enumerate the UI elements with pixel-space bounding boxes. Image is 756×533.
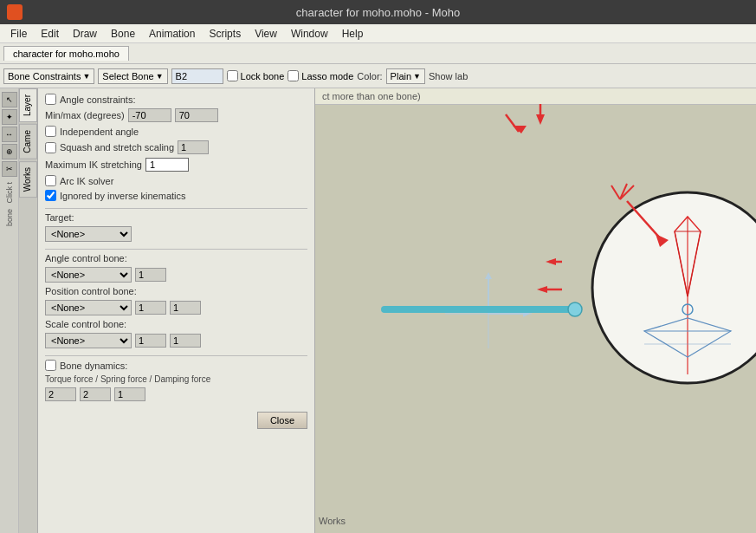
angle-control-row: <None> [45, 267, 307, 283]
bone-dynamics-checkbox[interactable] [45, 360, 56, 371]
target-row: Target: [45, 212, 307, 223]
independent-angle-checkbox[interactable] [45, 126, 56, 137]
bone-dynamics-label: Bone dynamics: [60, 361, 127, 371]
ignored-ik-label: Ignored by inverse kinematics [60, 191, 186, 201]
tool-icon-2[interactable]: ✦ [2, 109, 17, 125]
menu-animation[interactable]: Animation [142, 26, 202, 42]
damping-input[interactable] [114, 387, 145, 401]
show-labels: Show lab [429, 71, 468, 81]
squash-stretch-checkbox[interactable] [45, 142, 56, 153]
scale-control-select[interactable]: <None> [45, 333, 132, 348]
min-max-label: Min/max (degrees) [45, 110, 125, 120]
max-ik-label: Maximum IK stretching [45, 159, 142, 170]
tool-icon-5[interactable]: ✂ [2, 161, 17, 177]
tool-icon-3[interactable]: ↔ [2, 127, 17, 142]
toolbar: Bone Constraints ▼ Select Bone ▼ Lock bo… [0, 64, 756, 88]
lasso-mode-checkbox[interactable] [288, 70, 299, 81]
position-control-label: Position control bone: [45, 286, 137, 296]
angle-constraints-label: Angle constraints: [60, 94, 135, 105]
squash-value-input[interactable] [178, 140, 209, 154]
chevron-down-icon: ▼ [413, 72, 421, 81]
independent-angle-label: Independent angle [60, 127, 139, 137]
independent-angle-row: Independent angle [45, 126, 307, 137]
svg-marker-5 [485, 272, 492, 279]
click-hint: Click t [5, 182, 14, 204]
menu-window[interactable]: Window [284, 26, 335, 42]
menu-file[interactable]: File [3, 26, 34, 42]
lasso-mode-wrap: Lasso mode [288, 70, 353, 81]
max-ik-input[interactable] [145, 158, 189, 172]
scale-control-label: Scale control bone: [45, 319, 126, 329]
svg-marker-24 [546, 258, 556, 265]
torque-label-row: Torque force / Spring force / Damping fo… [45, 374, 307, 384]
angle-constraints-checkbox[interactable] [45, 94, 56, 105]
window-title: character for moho.moho - Moho [296, 6, 460, 19]
min-max-row: Min/max (degrees) [45, 108, 307, 122]
color-dropdown[interactable]: Plain ▼ [386, 68, 425, 84]
svg-point-7 [568, 302, 582, 316]
camera-tab[interactable]: Came [19, 124, 37, 159]
svg-marker-22 [537, 286, 547, 293]
arc-ik-checkbox[interactable] [45, 175, 56, 186]
scale-control-num[interactable] [135, 334, 166, 348]
angle-constraints-row: Angle constraints: [45, 94, 307, 105]
works-tab[interactable]: Works [19, 161, 37, 198]
canvas-area: ct more than one bone) [315, 88, 756, 533]
spring-input[interactable] [80, 387, 111, 401]
bone-constraints-dropdown[interactable]: Bone Constraints ▼ [3, 68, 94, 84]
svg-marker-26 [513, 126, 527, 133]
position-control-row: <None> [45, 300, 307, 315]
ignored-ik-row: Ignored by inverse kinematics [45, 190, 307, 201]
select-bone-dropdown[interactable]: Select Bone ▼ [98, 68, 167, 84]
menu-help[interactable]: Help [335, 26, 371, 42]
svg-point-8 [592, 192, 756, 383]
layer-tab[interactable]: Layer [19, 88, 37, 122]
lock-bone-checkbox[interactable] [227, 70, 238, 81]
main-layout: ↖ ✦ ↔ ⊕ ✂ Click t bone Layer Came Works … [0, 88, 756, 533]
squash-stretch-label: Squash and stretch scaling [60, 142, 174, 153]
torque-values-row [45, 387, 307, 401]
squash-stretch-row: Squash and stretch scaling [45, 140, 307, 154]
min-value-input[interactable] [128, 108, 171, 122]
menu-edit[interactable]: Edit [34, 26, 66, 42]
color-label: Color: [357, 71, 382, 81]
menu-view[interactable]: View [248, 26, 284, 42]
titlebar: character for moho.moho - Moho [0, 0, 756, 24]
max-value-input[interactable] [175, 108, 218, 122]
chevron-down-icon: ▼ [82, 72, 90, 81]
canvas-svg [315, 88, 756, 533]
scale-control-num2[interactable] [170, 334, 201, 348]
scale-control-label-row: Scale control bone: [45, 319, 307, 329]
bone-dynamics-row: Bone dynamics: [45, 360, 307, 371]
divider-2 [45, 249, 307, 250]
close-button[interactable]: Close [257, 412, 307, 429]
menu-bone[interactable]: Bone [104, 26, 142, 42]
position-control-num[interactable] [135, 301, 166, 315]
max-ik-row: Maximum IK stretching [45, 158, 307, 172]
position-control-label-row: Position control bone: [45, 286, 307, 296]
target-select[interactable]: <None> [45, 226, 132, 242]
app-icon [7, 4, 23, 20]
menu-draw[interactable]: Draw [66, 26, 104, 42]
ignored-ik-checkbox[interactable] [45, 190, 56, 201]
arc-ik-label: Arc IK solver [60, 176, 113, 186]
angle-control-label-row: Angle control bone: [45, 253, 307, 263]
position-control-num2[interactable] [170, 301, 201, 315]
file-tab[interactable]: character for moho.moho [3, 46, 129, 61]
torque-input[interactable] [45, 387, 76, 401]
divider-3 [45, 355, 307, 356]
bone-hint: bone [5, 209, 14, 226]
target-dropdown-row: <None> [45, 226, 307, 242]
torque-label: Torque force / Spring force / Damping fo… [45, 374, 210, 384]
bone-name-input[interactable] [171, 68, 223, 84]
tool-icon-4[interactable]: ⊕ [2, 144, 17, 159]
angle-control-num[interactable] [135, 268, 166, 282]
tool-icon-1[interactable]: ↖ [2, 92, 17, 107]
target-label: Target: [45, 212, 114, 223]
angle-control-select[interactable]: <None> [45, 267, 132, 283]
menu-scripts[interactable]: Scripts [202, 26, 248, 42]
divider-1 [45, 208, 307, 209]
position-control-select[interactable]: <None> [45, 300, 132, 315]
menubar: File Edit Draw Bone Animation Scripts Vi… [0, 24, 756, 43]
works-label: Works [319, 516, 346, 526]
